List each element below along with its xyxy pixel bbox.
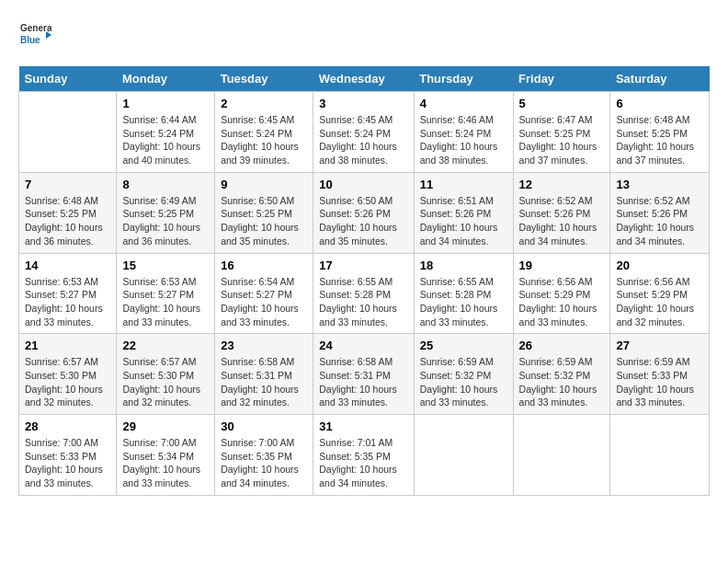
day-number: 3 <box>319 97 407 110</box>
calendar-header-tuesday: Tuesday <box>215 66 313 92</box>
day-info: Sunrise: 6:48 AMSunset: 5:25 PMDaylight:… <box>25 194 110 248</box>
day-info: Sunrise: 6:49 AMSunset: 5:25 PMDaylight:… <box>122 194 209 248</box>
calendar-cell: 1Sunrise: 6:44 AMSunset: 5:24 PMDaylight… <box>117 92 215 173</box>
calendar-table: SundayMondayTuesdayWednesdayThursdayFrid… <box>18 66 710 496</box>
calendar-header-saturday: Saturday <box>610 66 710 92</box>
calendar-cell: 26Sunrise: 6:59 AMSunset: 5:32 PMDayligh… <box>513 334 610 415</box>
day-number: 13 <box>616 178 703 191</box>
calendar-header-row: SundayMondayTuesdayWednesdayThursdayFrid… <box>19 66 710 92</box>
day-number: 1 <box>122 97 209 110</box>
calendar-cell: 14Sunrise: 6:53 AMSunset: 5:27 PMDayligh… <box>19 253 117 334</box>
day-number: 30 <box>221 419 307 433</box>
day-info: Sunrise: 6:53 AMSunset: 5:27 PMDaylight:… <box>122 275 209 329</box>
day-info: Sunrise: 6:44 AMSunset: 5:24 PMDaylight:… <box>122 113 209 167</box>
svg-text:Blue: Blue <box>20 35 40 45</box>
calendar-cell: 31Sunrise: 7:01 AMSunset: 5:35 PMDayligh… <box>313 415 414 496</box>
day-number: 16 <box>221 259 307 272</box>
day-number: 10 <box>319 178 407 191</box>
day-number: 29 <box>122 419 209 433</box>
day-info: Sunrise: 6:52 AMSunset: 5:26 PMDaylight:… <box>519 194 605 248</box>
day-number: 25 <box>420 339 507 352</box>
day-number: 24 <box>319 339 407 352</box>
day-number: 7 <box>25 178 110 191</box>
day-info: Sunrise: 6:51 AMSunset: 5:26 PMDaylight:… <box>420 194 507 248</box>
calendar-cell: 15Sunrise: 6:53 AMSunset: 5:27 PMDayligh… <box>117 253 215 334</box>
day-number: 17 <box>319 259 407 272</box>
day-info: Sunrise: 6:53 AMSunset: 5:27 PMDaylight:… <box>25 275 110 329</box>
calendar-cell: 5Sunrise: 6:47 AMSunset: 5:25 PMDaylight… <box>513 92 610 173</box>
svg-text:General: General <box>20 23 51 33</box>
day-number: 21 <box>25 339 110 352</box>
day-number: 2 <box>221 97 307 110</box>
day-number: 31 <box>319 419 407 433</box>
calendar-header-monday: Monday <box>117 66 215 92</box>
calendar-cell: 2Sunrise: 6:45 AMSunset: 5:24 PMDaylight… <box>215 92 313 173</box>
day-number: 5 <box>519 97 605 110</box>
day-info: Sunrise: 6:56 AMSunset: 5:29 PMDaylight:… <box>519 275 605 329</box>
day-info: Sunrise: 7:01 AMSunset: 5:35 PMDaylight:… <box>319 436 407 490</box>
calendar-cell: 8Sunrise: 6:49 AMSunset: 5:25 PMDaylight… <box>117 172 215 253</box>
calendar-cell: 11Sunrise: 6:51 AMSunset: 5:26 PMDayligh… <box>414 172 513 253</box>
calendar-cell: 28Sunrise: 7:00 AMSunset: 5:33 PMDayligh… <box>19 415 117 496</box>
calendar-header-wednesday: Wednesday <box>313 66 414 92</box>
calendar-cell <box>513 415 610 496</box>
calendar-header-friday: Friday <box>513 66 610 92</box>
calendar-cell: 30Sunrise: 7:00 AMSunset: 5:35 PMDayligh… <box>215 415 313 496</box>
calendar-cell: 19Sunrise: 6:56 AMSunset: 5:29 PMDayligh… <box>513 253 610 334</box>
day-info: Sunrise: 7:00 AMSunset: 5:35 PMDaylight:… <box>221 436 307 490</box>
day-info: Sunrise: 6:54 AMSunset: 5:27 PMDaylight:… <box>221 275 307 329</box>
day-info: Sunrise: 6:58 AMSunset: 5:31 PMDaylight:… <box>319 355 407 409</box>
calendar-cell: 29Sunrise: 7:00 AMSunset: 5:34 PMDayligh… <box>117 415 215 496</box>
calendar-cell: 7Sunrise: 6:48 AMSunset: 5:25 PMDaylight… <box>19 172 117 253</box>
calendar-cell: 17Sunrise: 6:55 AMSunset: 5:28 PMDayligh… <box>313 253 414 334</box>
day-info: Sunrise: 6:48 AMSunset: 5:25 PMDaylight:… <box>616 113 703 167</box>
calendar-week-row: 21Sunrise: 6:57 AMSunset: 5:30 PMDayligh… <box>19 334 710 415</box>
day-number: 12 <box>519 178 605 191</box>
calendar-cell: 3Sunrise: 6:45 AMSunset: 5:24 PMDaylight… <box>313 92 414 173</box>
calendar-cell: 20Sunrise: 6:56 AMSunset: 5:29 PMDayligh… <box>610 253 710 334</box>
day-number: 26 <box>519 339 605 352</box>
calendar-cell: 13Sunrise: 6:52 AMSunset: 5:26 PMDayligh… <box>610 172 710 253</box>
day-info: Sunrise: 6:59 AMSunset: 5:33 PMDaylight:… <box>616 355 703 409</box>
day-number: 28 <box>25 419 110 433</box>
day-info: Sunrise: 6:50 AMSunset: 5:25 PMDaylight:… <box>221 194 307 248</box>
day-number: 27 <box>616 339 703 352</box>
day-number: 8 <box>122 178 209 191</box>
calendar-week-row: 28Sunrise: 7:00 AMSunset: 5:33 PMDayligh… <box>19 415 710 496</box>
day-number: 11 <box>420 178 507 191</box>
day-number: 4 <box>420 97 507 110</box>
day-info: Sunrise: 6:57 AMSunset: 5:30 PMDaylight:… <box>25 355 110 409</box>
calendar-cell: 23Sunrise: 6:58 AMSunset: 5:31 PMDayligh… <box>215 334 313 415</box>
day-info: Sunrise: 6:59 AMSunset: 5:32 PMDaylight:… <box>420 355 507 409</box>
page-header: General Blue <box>18 18 710 52</box>
calendar-cell: 27Sunrise: 6:59 AMSunset: 5:33 PMDayligh… <box>610 334 710 415</box>
calendar-cell <box>610 415 710 496</box>
calendar-week-row: 7Sunrise: 6:48 AMSunset: 5:25 PMDaylight… <box>19 172 710 253</box>
calendar-cell: 25Sunrise: 6:59 AMSunset: 5:32 PMDayligh… <box>414 334 513 415</box>
day-number: 23 <box>221 339 307 352</box>
day-info: Sunrise: 6:50 AMSunset: 5:26 PMDaylight:… <box>319 194 407 248</box>
day-number: 18 <box>420 259 507 272</box>
calendar-week-row: 1Sunrise: 6:44 AMSunset: 5:24 PMDaylight… <box>19 92 710 173</box>
day-number: 6 <box>616 97 703 110</box>
calendar-cell: 16Sunrise: 6:54 AMSunset: 5:27 PMDayligh… <box>215 253 313 334</box>
calendar-cell: 4Sunrise: 6:46 AMSunset: 5:24 PMDaylight… <box>414 92 513 173</box>
day-info: Sunrise: 6:55 AMSunset: 5:28 PMDaylight:… <box>420 275 507 329</box>
calendar-cell: 22Sunrise: 6:57 AMSunset: 5:30 PMDayligh… <box>117 334 215 415</box>
calendar-cell: 10Sunrise: 6:50 AMSunset: 5:26 PMDayligh… <box>313 172 414 253</box>
day-info: Sunrise: 7:00 AMSunset: 5:33 PMDaylight:… <box>25 436 110 490</box>
day-info: Sunrise: 6:52 AMSunset: 5:26 PMDaylight:… <box>616 194 703 248</box>
day-number: 19 <box>519 259 605 272</box>
calendar-cell <box>414 415 513 496</box>
calendar-cell: 12Sunrise: 6:52 AMSunset: 5:26 PMDayligh… <box>513 172 610 253</box>
day-number: 22 <box>122 339 209 352</box>
day-info: Sunrise: 6:46 AMSunset: 5:24 PMDaylight:… <box>420 113 507 167</box>
logo-icon: General Blue <box>18 18 51 52</box>
calendar-cell <box>19 92 117 173</box>
day-info: Sunrise: 6:58 AMSunset: 5:31 PMDaylight:… <box>221 355 307 409</box>
day-number: 20 <box>616 259 703 272</box>
day-info: Sunrise: 6:45 AMSunset: 5:24 PMDaylight:… <box>221 113 307 167</box>
calendar-cell: 21Sunrise: 6:57 AMSunset: 5:30 PMDayligh… <box>19 334 117 415</box>
day-info: Sunrise: 6:57 AMSunset: 5:30 PMDaylight:… <box>122 355 209 409</box>
calendar-header-sunday: Sunday <box>19 66 117 92</box>
